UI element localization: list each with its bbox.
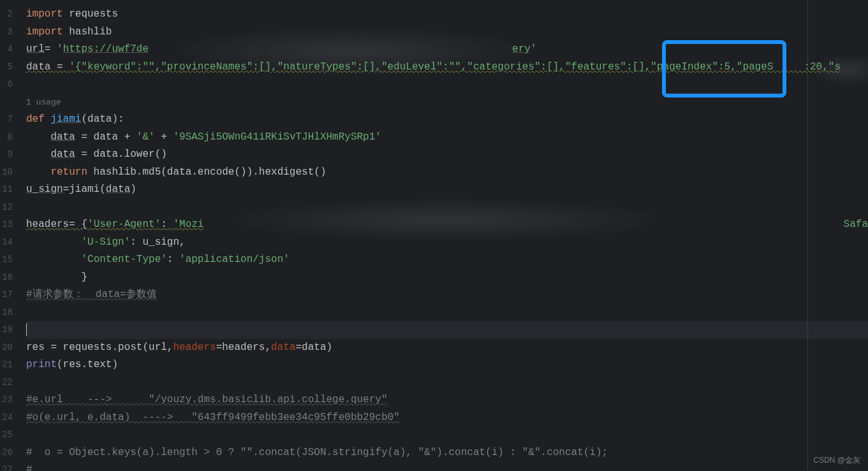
code-line-23[interactable]: #e.url ---> "/youzy.dms.basiclib.api.col… xyxy=(26,391,868,409)
line-number: 5 xyxy=(0,59,13,76)
code-line-6[interactable] xyxy=(26,76,868,94)
line-number: 19 xyxy=(0,321,13,339)
line-number: 16 xyxy=(0,269,13,287)
code-line-13[interactable]: headers= {'User-Agent': 'MoziSafa xyxy=(26,216,868,234)
code-line-26[interactable]: # o = Object.keys(a).length > 0 ? "".con… xyxy=(26,444,868,462)
line-number: 8 xyxy=(0,129,13,147)
right-margin-guide xyxy=(807,0,808,471)
line-number: 2 xyxy=(0,6,13,24)
code-line-7[interactable]: def jiami(data): xyxy=(26,111,868,129)
line-number: 21 xyxy=(0,356,13,374)
code-line-22[interactable] xyxy=(26,374,868,392)
usage-hint: 1 usage xyxy=(26,94,868,112)
code-line-10[interactable]: return hashlib.md5(data.encode()).hexdig… xyxy=(26,164,868,182)
code-line-2[interactable]: import requests xyxy=(26,6,868,24)
line-number: 18 xyxy=(0,304,13,322)
line-number: 15 xyxy=(0,251,13,269)
code-line-18[interactable] xyxy=(26,304,868,322)
code-line-9[interactable]: data = data.lower() xyxy=(26,146,868,164)
line-number: 20 xyxy=(0,339,13,357)
line-number: 3 xyxy=(0,24,13,41)
line-number: 9 xyxy=(0,146,13,164)
code-editor[interactable]: 2 3 4 5 6 7 8 9 10 11 12 13 14 15 16 17 … xyxy=(0,0,868,471)
line-number: 27 xyxy=(0,461,13,471)
line-number: 12 xyxy=(0,199,13,217)
line-number: 4 xyxy=(0,41,13,59)
line-number xyxy=(0,94,13,112)
code-line-15[interactable]: 'Content-Type': 'application/json' xyxy=(26,251,868,269)
line-number: 24 xyxy=(0,409,13,427)
watermark-text: CSDN @金灰 xyxy=(813,455,860,466)
code-content[interactable]: import requests import hashlib url= 'htt… xyxy=(19,0,868,471)
code-line-20[interactable]: res = requests.post(url,headers=headers,… xyxy=(26,339,868,357)
code-line-11[interactable]: u_sign=jiami(data) xyxy=(26,181,868,199)
line-number: 7 xyxy=(0,111,13,129)
code-line-16[interactable]: } xyxy=(26,269,868,287)
line-number: 25 xyxy=(0,426,13,444)
code-line-19[interactable] xyxy=(26,321,868,339)
code-line-25[interactable] xyxy=(26,426,868,444)
code-line-27[interactable]: # xyxy=(26,461,868,471)
code-line-8[interactable]: data = data + '&' + '9SASji5OWnG41iRKiSv… xyxy=(26,129,868,147)
line-number: 22 xyxy=(0,374,13,392)
code-line-3[interactable]: import hashlib xyxy=(26,24,868,41)
line-number: 14 xyxy=(0,234,13,252)
text-cursor xyxy=(26,323,27,336)
code-line-17[interactable]: #请求参数： data=参数值 xyxy=(26,286,868,304)
code-line-14[interactable]: 'U-Sign': u_sign, xyxy=(26,234,868,252)
code-line-24[interactable]: #o(e.url, e.data) ----> "643ff9499febb3e… xyxy=(26,409,868,427)
code-line-12[interactable] xyxy=(26,199,868,217)
line-number: 6 xyxy=(0,76,13,94)
code-line-4[interactable]: url= 'https://uwf7deery' xyxy=(26,41,868,59)
line-number: 13 xyxy=(0,216,13,234)
line-number: 10 xyxy=(0,164,13,182)
line-number-gutter: 2 3 4 5 6 7 8 9 10 11 12 13 14 15 16 17 … xyxy=(0,0,19,471)
line-number: 17 xyxy=(0,286,13,304)
line-number: 23 xyxy=(0,391,13,409)
code-line-5[interactable]: data = '{"keyword":"","provinceNames":[]… xyxy=(26,59,868,76)
line-number: 11 xyxy=(0,181,13,199)
line-number: 26 xyxy=(0,444,13,462)
code-line-21[interactable]: print(res.text) xyxy=(26,356,868,374)
